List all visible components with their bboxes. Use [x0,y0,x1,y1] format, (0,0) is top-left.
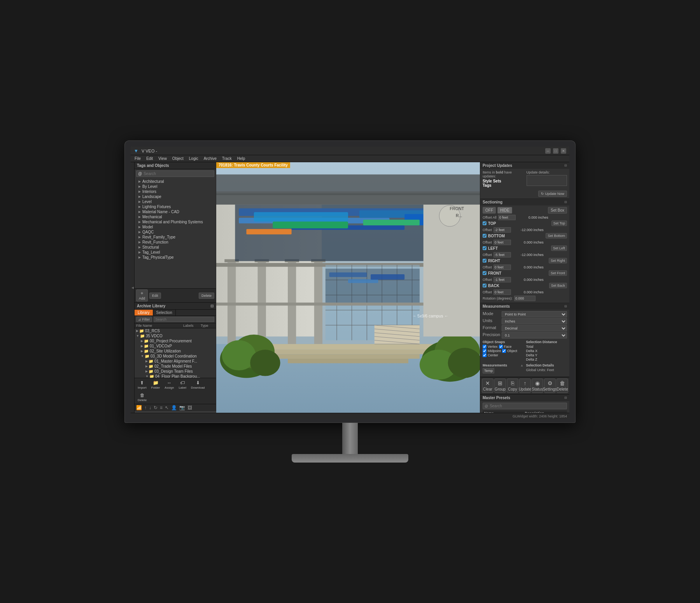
tag-item-interiors[interactable]: ▶Interiors [135,189,216,194]
menu-help[interactable]: Help [235,155,248,162]
tag-item-tag-physical[interactable]: ▶Tag_PhysicalType [135,255,216,260]
center-checkbox[interactable] [483,353,486,357]
bottom-offset-feet-input[interactable] [494,240,511,245]
archive-tab-library[interactable]: Library [135,310,153,316]
menu-view[interactable]: View [156,155,169,162]
file-item-04floor[interactable]: ▼📁04_Floor Plan Backgrou... [135,374,216,378]
tag-item-landscape[interactable]: ▶Landscape [135,194,216,199]
presets-collapse-icon[interactable]: ⊟ [564,396,567,400]
settings-button[interactable]: ⚙ Settings [544,379,556,393]
left-offset-feet-input[interactable] [494,252,511,258]
right-offset-feet-input[interactable] [494,265,511,270]
back-offset-feet-input[interactable] [494,289,511,295]
action-delete-button[interactable]: 🗑 Delete [556,379,568,393]
back-plane-checkbox[interactable] [483,284,486,287]
menu-archive[interactable]: Archive [201,155,219,162]
set-left-button[interactable]: Set Left [551,245,567,251]
measurements-collapse-icon[interactable]: ⊟ [564,305,567,308]
menu-object[interactable]: Object [170,155,186,162]
minimize-button[interactable]: ─ [545,148,551,154]
sectioning-collapse-icon[interactable]: ⊟ [564,200,567,204]
units-dropdown[interactable]: Inches [502,318,567,324]
import-button[interactable]: ⬆Import [136,379,148,390]
rotation-input[interactable] [514,296,536,301]
close-button[interactable]: ✕ [561,148,566,154]
set-bottom-button[interactable]: Set Bottom [546,233,567,238]
sectioning-off-button[interactable]: OFF [483,207,496,214]
tag-item-revit-family[interactable]: ▶Revit_Family_Type [135,235,216,240]
set-back-button[interactable]: Set Back [549,283,567,288]
tag-item-architectural[interactable]: ▶Architectural [135,179,216,184]
tags-search-box[interactable]: @ [136,170,214,177]
file-item-00procurement[interactable]: ▶📁00_Project Procurement [135,338,216,344]
label-button[interactable]: 🏷Label [177,379,188,390]
mode-dropdown[interactable]: Point to Point [502,311,567,317]
bottom-plane-checkbox[interactable] [483,234,486,238]
right-plane-checkbox[interactable] [483,259,486,263]
file-item-03rcs[interactable]: ▶📁03_RCS [135,328,216,333]
set-top-button[interactable]: Set Top [551,221,567,226]
filter-button[interactable]: ⊿ Filter [136,317,152,322]
face-checkbox[interactable] [499,345,503,349]
maximize-button[interactable]: □ [553,148,558,154]
sectioning-hide-button[interactable]: HIDE [497,207,512,214]
add-tag-button[interactable]: + Add [136,289,148,302]
file-item-02site[interactable]: ▶📁02_Site Utilization [135,349,216,354]
vertex-checkbox[interactable] [483,345,486,349]
assign-button[interactable]: ↔Assign [163,379,175,390]
top-plane-checkbox[interactable] [483,221,486,225]
file-item-03design[interactable]: ▶📁03_Design Team Files [135,369,216,374]
folder-button[interactable]: 📁Folder [150,379,162,390]
left-plane-checkbox[interactable] [483,246,486,250]
menu-file[interactable]: File [132,155,143,162]
file-item-02trade[interactable]: ▶📁02_Trade Model Files [135,364,216,369]
file-item-01vdcoxp[interactable]: ▶📁01_VDCOxP [135,344,216,349]
file-item-03coordination[interactable]: ▼📁03_3D Model Coordination [135,354,216,359]
left-panel-collapse[interactable]: ◀ [131,162,135,413]
tag-item-material-name-cad[interactable]: ▶Material Name - CAD [135,209,216,214]
window-controls[interactable]: ─ □ ✕ [545,148,566,154]
menu-logic[interactable]: Logic [187,155,201,162]
tag-item-qaqc[interactable]: ▶QAQC [135,230,216,235]
clear-button[interactable]: ✕ Clear [482,379,494,393]
menu-edit[interactable]: Edit [144,155,155,162]
presets-search-input[interactable] [488,404,565,408]
tag-item-level[interactable]: ▶Level [135,199,216,204]
menu-track[interactable]: Track [220,155,234,162]
tag-item-revit-function[interactable]: ▶Revit_Function [135,240,216,245]
file-item-01master[interactable]: ▶📁01_Master Alignment F... [135,359,216,364]
tag-item-model[interactable]: ▶Model [135,224,216,230]
set-right-button[interactable]: Set Right [549,258,567,263]
tag-item-mechanical[interactable]: ▶Mechanical [135,214,216,219]
set-front-button[interactable]: Set Front [549,270,567,276]
tag-item-structural[interactable]: ▶Structural [135,245,216,250]
tag-item-bylevel[interactable]: ▶By Level [135,184,216,189]
file-item-35vdco[interactable]: ▼📁35 VDCO [135,333,216,338]
archive-search-input[interactable] [154,317,215,322]
archive-collapse-icon[interactable]: ⊟ [210,304,214,308]
delete-tag-button[interactable]: Delete [199,293,214,299]
top-offset-feet-input[interactable] [494,227,511,233]
tags-search-input[interactable] [144,172,212,176]
front-offset-feet-input[interactable] [494,277,511,282]
midpoint-checkbox[interactable] [483,349,486,353]
status-button[interactable]: ◉ Status [532,379,543,393]
object-checkbox[interactable] [502,349,506,353]
precision-dropdown[interactable]: 0.1 [502,332,567,338]
front-plane-checkbox[interactable] [483,271,486,275]
group-button[interactable]: ⊞ Group [494,379,506,393]
download-button[interactable]: ⬇Download [189,379,206,390]
measurements-collapse-sub[interactable]: ▲ [520,363,524,367]
format-dropdown[interactable]: Decimal [502,325,567,331]
archive-tab-selection[interactable]: Selection [153,310,176,316]
update-button[interactable]: ↑ Update [519,379,531,393]
update-now-button[interactable]: ↻ Update Now [538,191,567,197]
offset-all-feet-input[interactable] [498,215,516,220]
tag-item-mechanical-plumbing[interactable]: ▶Mechanical and Plumbing Systems [135,219,216,224]
copy-button[interactable]: ⎘ Copy [507,379,518,393]
archive-delete-button[interactable]: 🗑Delete [136,392,148,403]
tag-item-tag-level[interactable]: ▶Tag_Level [135,250,216,255]
tag-item-lighting[interactable]: ▶Lighting Fixtures [135,204,216,209]
edit-tag-button[interactable]: Edit [149,293,161,299]
viewport[interactable]: FRONT R... → 5x9/6 campus ← [216,162,480,413]
